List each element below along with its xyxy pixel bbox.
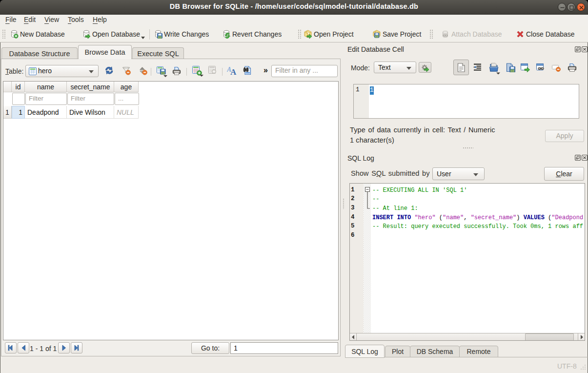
svg-text:A: A	[230, 67, 237, 75]
